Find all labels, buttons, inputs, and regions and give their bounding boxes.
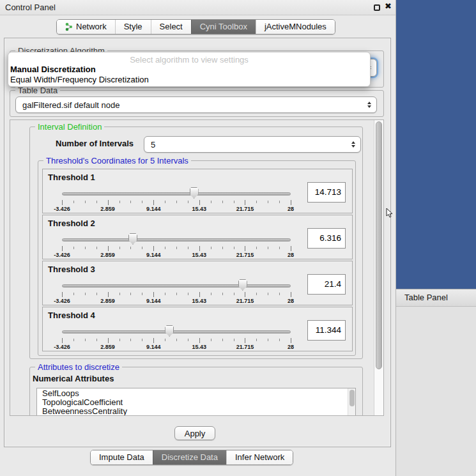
slider-track[interactable] [62, 238, 291, 242]
application-window: Control Panel ✖ Network Style Select Cyn… [0, 0, 476, 476]
threshold-slider[interactable]: -3.4262.8599.14415.4321.71528 [62, 232, 291, 257]
close-icon[interactable]: ✖ [385, 1, 392, 11]
threshold-value-field[interactable]: 14.713 [307, 182, 346, 203]
tab-label: Infer Network [235, 452, 284, 462]
threshold-slider[interactable]: -3.4262.8599.14415.4321.71528 [62, 324, 291, 349]
table-panel: ✓ ✓ shared... na YDL19...YDL1YDR27...YDR… [396, 307, 476, 476]
settings-scroll-area: Interval Definition Number of Intervals … [10, 119, 384, 416]
tab-label: Impute Data [99, 452, 144, 462]
threshold-label: Threshold 4 [48, 311, 95, 320]
slider-tick-labels: -3.4262.8599.14415.4321.71528 [62, 206, 291, 212]
group-title: Interval Definition [35, 122, 104, 132]
mouse-cursor [386, 208, 394, 219]
combo-value: galFiltered.sif default node [22, 100, 119, 110]
slider-track[interactable] [62, 330, 291, 334]
group-title: Attributes to discretize [35, 362, 122, 372]
slider-ticks [62, 292, 291, 298]
slider-tick-labels: -3.4262.8599.14415.4321.71528 [62, 252, 291, 258]
threshold-panel: Threshold 3 -3.4262.8599.14415.4321.7152… [42, 261, 353, 305]
attribute-item[interactable]: BetweennessCentrality [37, 406, 355, 415]
control-panel-titlebar: Control Panel ✖ [0, 0, 395, 15]
tab-infer-network[interactable]: Infer Network [226, 450, 293, 464]
tab-label: Style [124, 22, 142, 31]
slider-ticks [62, 246, 291, 252]
tab-label: Discretize Data [162, 452, 218, 462]
scrollbar-thumb[interactable] [376, 121, 382, 369]
threshold-panel: Threshold 2 -3.4262.8599.14415.4321.7152… [42, 215, 353, 259]
dropdown-option-manual-discretization[interactable]: Manual Discretization [10, 65, 96, 74]
thresholds-group: Threshold's Coordinates for 5 Intervals … [38, 160, 356, 356]
dropdown-option-equal-width-frequency[interactable]: Equal Width/Frequency Discretization [10, 75, 149, 84]
group-title: Table Data [15, 86, 60, 95]
table-panel-title: Table Panel [404, 293, 448, 302]
scrollbar-thumb[interactable] [349, 390, 355, 406]
threshold-label: Threshold 1 [48, 173, 95, 182]
threshold-value-field[interactable]: 6.316 [307, 228, 346, 249]
tab-style[interactable]: Style [115, 20, 151, 34]
threshold-slider[interactable]: -3.4262.8599.14415.4321.71528 [62, 278, 291, 303]
slider-ticks [62, 200, 291, 206]
numerical-attributes-list[interactable]: SelfLoopsTopologicalCoefficientBetweenne… [36, 388, 356, 416]
desktop-background: GAL80 GA GAL11 C GAL4 GCY1 H HAP2 [396, 0, 476, 289]
list-scrollbar[interactable] [348, 388, 355, 416]
combo-value: 5 [151, 140, 155, 150]
tab-label: Cyni Toolbox [200, 22, 247, 31]
slider-thumb[interactable] [165, 325, 174, 337]
tab-label: Network [76, 22, 107, 31]
threshold-label: Threshold 2 [48, 219, 95, 228]
slider-thumb[interactable] [190, 187, 199, 199]
attributes-group: Attributes to discretize Numerical Attri… [29, 367, 363, 416]
settings-scrollbar[interactable] [374, 120, 383, 415]
slider-thumb[interactable] [238, 279, 247, 291]
slider-tick-labels: -3.4262.8599.14415.4321.71528 [62, 298, 291, 304]
slider-thumb[interactable] [128, 233, 137, 245]
group-title: Threshold's Coordinates for 5 Intervals [43, 156, 191, 165]
tab-label: jActiveMNodules [265, 22, 326, 31]
tab-discretize-data[interactable]: Discretize Data [153, 450, 226, 464]
slider-track[interactable] [62, 284, 291, 288]
tab-select[interactable]: Select [151, 20, 191, 34]
number-of-intervals-select[interactable]: 5 [144, 136, 361, 153]
attribute-item[interactable]: TopologicalCoefficient [37, 397, 355, 406]
panel-title: Control Panel [5, 3, 56, 12]
threshold-slider[interactable]: -3.4262.8599.14415.4321.71528 [62, 186, 291, 211]
algorithm-dropdown-popup: Select algorithm to view settings Manual… [8, 52, 371, 87]
slider-track[interactable] [62, 192, 291, 196]
slider-tick-labels: -3.4262.8599.14415.4321.71528 [62, 344, 291, 350]
threshold-label: Threshold 3 [48, 265, 95, 274]
attribute-item[interactable]: SelfLoops [37, 388, 355, 397]
tab-network[interactable]: Network [57, 20, 115, 34]
combo-spinner-icon [351, 141, 355, 148]
top-tab-bar: Network Style Select Cyni Toolbox jActiv… [56, 19, 335, 35]
slider-ticks [62, 338, 291, 344]
combo-spinner-icon [367, 102, 371, 108]
numerical-attributes-heading: Numerical Attributes [33, 374, 114, 383]
threshold-panel: Threshold 4 -3.4262.8599.14415.4321.7152… [42, 307, 353, 351]
tab-impute-data[interactable]: Impute Data [91, 450, 153, 464]
table-data-group: Table Data galFiltered.sif default node [10, 90, 384, 117]
network-icon [65, 22, 73, 31]
cyni-toolbox-panel: Discretization Algorithm Table Data galF… [4, 38, 391, 447]
interval-definition-group: Interval Definition Number of Intervals … [29, 127, 363, 359]
dropdown-placeholder: Select algorithm to view settings [8, 55, 370, 65]
apply-button[interactable]: Apply [174, 426, 215, 440]
tab-label: Select [160, 22, 183, 31]
threshold-value-field[interactable]: 21.4 [307, 274, 346, 295]
bottom-tab-bar: Impute Data Discretize Data Infer Networ… [90, 450, 293, 465]
float-window-icon[interactable] [374, 4, 380, 11]
table-data-select[interactable]: galFiltered.sif default node [15, 96, 377, 113]
tab-jactivemnodules[interactable]: jActiveMNodules [256, 20, 335, 34]
threshold-value-field[interactable]: 11.344 [307, 320, 346, 341]
tab-cyni-toolbox[interactable]: Cyni Toolbox [191, 20, 256, 34]
threshold-panel: Threshold 1 -3.4262.8599.14415.4321.7152… [42, 169, 353, 213]
intervals-label: Number of Intervals [56, 139, 134, 148]
